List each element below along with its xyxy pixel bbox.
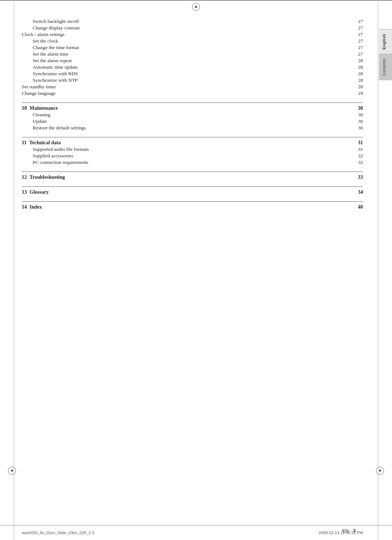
entry-text: Update bbox=[22, 118, 47, 124]
toc-entry-sync-ntp: Synchronize with NTP 28 bbox=[22, 77, 363, 84]
toc-entry-clock-alarm: Clock / alarm settings 27 bbox=[22, 31, 363, 38]
toc-section-12: 12 Troubleshooting 33 bbox=[22, 174, 363, 181]
toc-section-header-11: 11 Technical data 31 bbox=[22, 140, 363, 146]
toc-section-header-12: 12 Troubleshooting 33 bbox=[22, 174, 363, 181]
entry-page: 28 bbox=[352, 64, 363, 70]
entry-text: 11 Technical data bbox=[22, 140, 61, 146]
entry-page: 27 bbox=[352, 19, 363, 24]
toc-entry-restore-defaults: Restore the default settings 30 bbox=[22, 125, 363, 131]
entry-text: Synchronize with NTP bbox=[22, 77, 78, 83]
divider-13 bbox=[22, 186, 363, 187]
entry-page: 30 bbox=[352, 118, 363, 124]
left-border bbox=[14, 0, 14, 540]
entry-text: Supported audio file formats bbox=[22, 146, 89, 152]
footer: was6050_ifu_01en_04de_03es_02fr_3 3 2008… bbox=[22, 531, 363, 535]
entry-page: 32 bbox=[352, 160, 363, 165]
toc-entry-switch-backlight: Switch backlight on/off 27 bbox=[22, 18, 363, 25]
toc-entry-set-clock: Set the clock 27 bbox=[22, 38, 363, 44]
toc-entry-cleaning: Cleaning 30 bbox=[22, 112, 363, 118]
toc-entry-supplied-accessories: Supplied accessories 32 bbox=[22, 153, 363, 159]
toc-entry-audio-formats: Supported audio file formats 31 bbox=[22, 146, 363, 153]
entry-page: 34 bbox=[352, 189, 363, 195]
entry-text: Set the alarm time bbox=[22, 51, 69, 57]
divider-10 bbox=[22, 102, 363, 103]
divider-11 bbox=[22, 137, 363, 137]
toc-entry-set-alarm-repeat: Set the alarm repeat 28 bbox=[22, 57, 363, 64]
entry-page: 31 bbox=[352, 146, 363, 152]
divider-14 bbox=[22, 201, 363, 202]
bottom-circle-right-decoration bbox=[376, 467, 384, 475]
entry-page: 27 bbox=[352, 25, 363, 31]
entry-page: 29 bbox=[352, 90, 363, 96]
toc-entry-pc-connection: PC connection requirements 32 bbox=[22, 159, 363, 166]
toc-entry-standby-timer: Set standby timer 28 bbox=[22, 84, 363, 90]
entry-text: Change display contrast bbox=[22, 25, 80, 31]
entry-text: Change the time format bbox=[22, 45, 79, 51]
entry-text: Set the alarm repeat bbox=[22, 58, 72, 64]
toc-entry-auto-time-update: Automatic time update 28 bbox=[22, 64, 363, 70]
toc-section-header-10: 10 Maintenance 30 bbox=[22, 105, 363, 112]
top-circle-decoration bbox=[192, 3, 200, 11]
entry-text: Cleaning bbox=[22, 112, 50, 118]
entry-text: 10 Maintenance bbox=[22, 105, 58, 111]
bottom-border bbox=[0, 525, 392, 525]
entry-text: Supplied accessories bbox=[22, 153, 73, 159]
entry-page: 28 bbox=[352, 77, 363, 83]
entry-text: Synchronize with RDS bbox=[22, 71, 78, 77]
entry-text: Restore the default settings bbox=[22, 125, 86, 131]
entry-page: 32 bbox=[352, 153, 363, 159]
entry-text: 12 Troubleshooting bbox=[22, 174, 65, 180]
toc-continuation-block: Switch backlight on/off 27 Change displa… bbox=[22, 18, 363, 97]
entry-page: 30 bbox=[352, 105, 363, 111]
toc-section-header-14: 14 Index 40 bbox=[22, 204, 363, 210]
toc-entry-sync-rds: Synchronize with RDS 28 bbox=[22, 70, 363, 77]
entry-text: 14 Index bbox=[22, 204, 42, 210]
right-border bbox=[378, 0, 378, 540]
entry-text: Change language bbox=[22, 90, 56, 96]
entry-text: PC connection requirements bbox=[22, 160, 88, 165]
entry-text: Set standby timer bbox=[22, 84, 56, 90]
entry-page: 27 bbox=[352, 38, 363, 44]
top-border bbox=[0, 0, 392, 1]
entry-page: 28 bbox=[352, 71, 363, 77]
toc-section-14: 14 Index 40 bbox=[22, 204, 363, 210]
entry-page: 33 bbox=[352, 174, 363, 180]
entry-page: 30 bbox=[352, 125, 363, 131]
toc-entry-change-display-contrast: Change display contrast 27 bbox=[22, 25, 363, 31]
entry-page: 27 bbox=[352, 51, 363, 57]
main-content: Switch backlight on/off 27 Change displa… bbox=[22, 18, 363, 511]
entry-text: Switch backlight on/off bbox=[22, 19, 79, 24]
entry-text: 13 Glossary bbox=[22, 189, 49, 195]
entry-page: 28 bbox=[352, 84, 363, 90]
bottom-circle-left-decoration bbox=[8, 467, 16, 475]
entry-text: Clock / alarm settings bbox=[22, 32, 65, 37]
toc-entry-change-language: Change language 29 bbox=[22, 90, 363, 97]
sidebar-tab-english: English bbox=[379, 29, 392, 54]
footer-left-text: was6050_ifu_01en_04de_03es_02fr_3 3 bbox=[22, 531, 94, 535]
sidebar-tab-contents: Contents bbox=[379, 54, 392, 80]
entry-text: Set the clock bbox=[22, 38, 58, 44]
entry-page: 31 bbox=[352, 140, 363, 146]
toc-entry-change-time-format: Change the time format 27 bbox=[22, 44, 363, 51]
sidebar-right: English Contents bbox=[379, 29, 392, 80]
entry-text: Automatic time update bbox=[22, 64, 78, 70]
toc-section-header-13: 13 Glossary 34 bbox=[22, 189, 363, 196]
divider-12 bbox=[22, 172, 363, 172]
toc-section-11: 11 Technical data 31 Supported audio fil… bbox=[22, 140, 363, 166]
entry-page: 28 bbox=[352, 58, 363, 64]
footer-right-text: 2008-02-14 12:40:21 PM bbox=[319, 531, 363, 535]
entry-page: 27 bbox=[352, 45, 363, 51]
entry-page: 40 bbox=[352, 204, 363, 210]
entry-page: 30 bbox=[352, 112, 363, 118]
toc-entry-set-alarm-time: Set the alarm time 27 bbox=[22, 51, 363, 57]
toc-section-10: 10 Maintenance 30 Cleaning 30 Update 30 … bbox=[22, 105, 363, 131]
page-container: English Contents Switch backlight on/off… bbox=[0, 0, 392, 540]
toc-section-13: 13 Glossary 34 bbox=[22, 189, 363, 196]
entry-page: 27 bbox=[352, 32, 363, 37]
toc-entry-update: Update 30 bbox=[22, 118, 363, 125]
